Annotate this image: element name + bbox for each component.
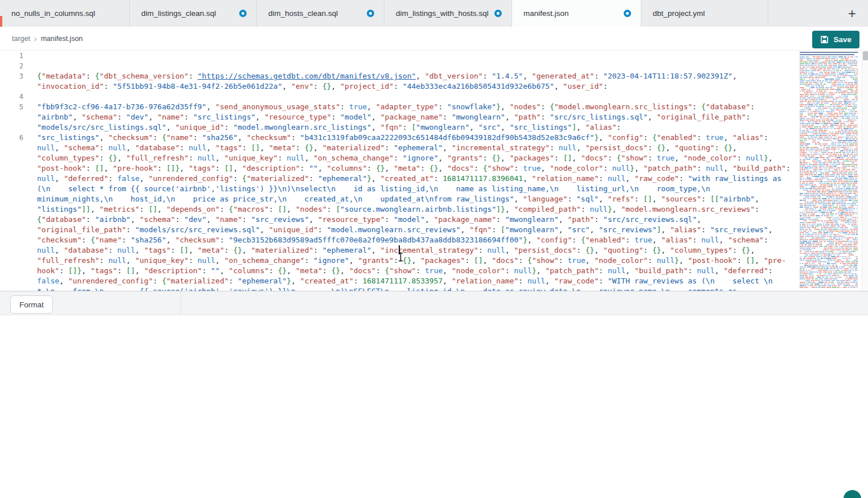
line-number: 1 — [0, 51, 23, 61]
modified-dot-icon[interactable] — [494, 10, 502, 17]
code-line[interactable]: 2 — [0, 61, 796, 71]
line-text[interactable] — [37, 92, 793, 102]
line-text[interactable] — [37, 61, 793, 71]
line-text[interactable]: {"metadata": {"dbt_schema_version": "htt… — [37, 71, 793, 92]
tab-label: dim_listings_clean.sql — [141, 9, 216, 18]
scrollbar-thumb[interactable] — [863, 51, 868, 60]
modified-dot-icon[interactable] — [624, 10, 631, 17]
line-number: 4 — [0, 92, 23, 102]
pane-divider — [181, 291, 181, 315]
line-number: 6 — [0, 133, 23, 143]
format-bar: Format — [0, 291, 868, 315]
dbt-ide-window: no_nulls_in_columns.sql dim_listings_cle… — [0, 0, 868, 498]
ibeam-cursor-icon — [398, 252, 404, 264]
breadcrumb-folder: target — [12, 35, 30, 43]
tab-label: no_nulls_in_columns.sql — [11, 9, 95, 18]
tab[interactable]: dim_listings_clean.sql — [130, 0, 257, 27]
line-number: 2 — [0, 61, 23, 71]
new-tab-button[interactable]: + — [841, 0, 863, 27]
tab-label: dim_hosts_clean.sql — [268, 9, 338, 18]
line-text[interactable]: "fbb9f3c2-cf96-4a17-b736-976a62d35ff9", … — [37, 102, 793, 133]
panel-edge-indicator — [0, 16, 2, 27]
code-line[interactable]: 5"fbb9f3c2-cf96-4a17-b736-976a62d35ff9",… — [0, 102, 796, 133]
tab[interactable]: no_nulls_in_columns.sql — [0, 0, 130, 27]
save-button[interactable]: Save — [812, 31, 859, 48]
line-text[interactable]: "src_listings", "checksum": {"name": "sh… — [37, 133, 793, 291]
code-line[interactable]: 1 — [0, 51, 796, 61]
modified-dot-icon[interactable] — [239, 10, 247, 17]
minimap[interactable] — [797, 51, 862, 291]
line-text[interactable] — [37, 51, 793, 61]
file-toolbar: target › manifest.json Save — [0, 27, 868, 51]
code-line[interactable]: 3{"metadata": {"dbt_schema_version": "ht… — [0, 71, 796, 92]
tab-label: dbt_project.yml — [653, 9, 705, 18]
tab[interactable]: dim_listings_with_hosts.sql — [384, 0, 512, 27]
results-panel — [0, 315, 868, 498]
breadcrumb-file: manifest.json — [41, 35, 83, 43]
tab[interactable]: manifest.json — [512, 0, 641, 27]
tab-label: dim_listings_with_hosts.sql — [396, 9, 489, 18]
line-number: 3 — [0, 71, 23, 81]
line-number: 5 — [0, 102, 23, 112]
code-line[interactable]: 4 — [0, 92, 796, 102]
chevron-right-icon: › — [34, 35, 37, 43]
code-line[interactable]: 6"src_listings", "checksum": {"name": "s… — [0, 133, 796, 291]
tab[interactable]: dim_hosts_clean.sql — [257, 0, 384, 27]
modified-dot-icon[interactable] — [367, 10, 374, 17]
tab[interactable]: dbt_project.yml — [641, 0, 768, 27]
breadcrumb: target › manifest.json — [12, 27, 83, 51]
editor-scrollbar[interactable] — [862, 51, 868, 291]
format-button[interactable]: Format — [10, 295, 53, 314]
save-label: Save — [833, 35, 851, 44]
save-icon — [820, 35, 829, 44]
tab-label: manifest.json — [523, 9, 569, 18]
tab-bar: no_nulls_in_columns.sql dim_listings_cle… — [0, 0, 868, 27]
